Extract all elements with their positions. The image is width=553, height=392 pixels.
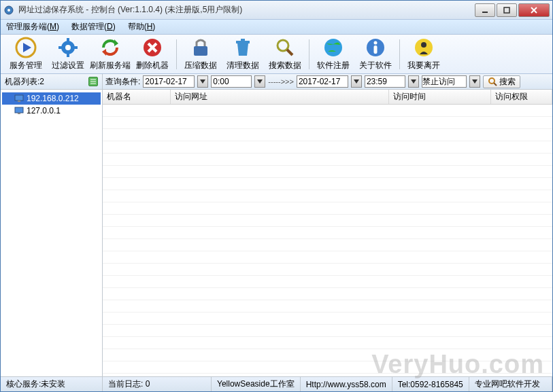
software-reg-button[interactable]: 软件注册 bbox=[312, 37, 354, 72]
table-row bbox=[103, 251, 552, 264]
table-row bbox=[103, 313, 552, 325]
table-row bbox=[103, 166, 552, 178]
exit-button[interactable]: 我要离开 bbox=[403, 37, 445, 72]
list-icon[interactable] bbox=[88, 77, 98, 86]
tree-item[interactable]: 192.168.0.212 bbox=[2, 92, 101, 105]
status-log: 当前日志: 0 bbox=[103, 377, 212, 391]
exit-icon bbox=[413, 37, 435, 58]
table-row bbox=[103, 337, 552, 349]
svg-rect-33 bbox=[15, 95, 23, 101]
svg-point-26 bbox=[374, 41, 378, 45]
svg-rect-13 bbox=[73, 46, 78, 49]
table-row bbox=[103, 325, 552, 337]
date-to-dropdown[interactable] bbox=[351, 75, 362, 88]
close-button[interactable] bbox=[518, 3, 550, 17]
table-row bbox=[103, 190, 552, 202]
search-icon bbox=[488, 77, 497, 86]
svg-marker-37 bbox=[200, 79, 205, 84]
time-to-input[interactable] bbox=[365, 75, 405, 88]
table-row bbox=[103, 288, 552, 300]
delete-machine-button[interactable]: 删除机器 bbox=[131, 37, 173, 72]
table-row bbox=[103, 264, 552, 276]
time-to-dropdown[interactable] bbox=[408, 75, 419, 88]
results-table: 机器名 访问网址 访问时间 访问权限 bbox=[103, 90, 552, 376]
sidebar-header: 机器列表:2 bbox=[1, 74, 102, 90]
svg-marker-14 bbox=[114, 39, 118, 46]
status-core-service: 核心服务:未安装 bbox=[1, 377, 103, 391]
service-mgmt-button[interactable]: 服务管理 bbox=[5, 37, 47, 72]
svg-rect-36 bbox=[18, 113, 20, 114]
access-select[interactable] bbox=[422, 75, 467, 88]
compress-data-button[interactable]: 压缩数据 bbox=[180, 37, 222, 72]
column-visit-time[interactable]: 访问时间 bbox=[389, 90, 491, 104]
access-dropdown[interactable] bbox=[469, 75, 480, 88]
column-machine-name[interactable]: 机器名 bbox=[103, 90, 171, 104]
time-from-input[interactable] bbox=[211, 75, 252, 88]
refresh-server-button[interactable]: 刷新服务端 bbox=[89, 37, 131, 72]
table-row bbox=[103, 276, 552, 288]
status-url: Http://www.yss58.com bbox=[301, 377, 392, 391]
svg-rect-10 bbox=[67, 38, 69, 42]
machine-list-label: 机器列表:2 bbox=[5, 76, 44, 88]
query-label: 查询条件: bbox=[105, 76, 140, 88]
svg-marker-39 bbox=[354, 79, 359, 84]
arrow-separator: ----->>> bbox=[268, 77, 294, 86]
table-row bbox=[103, 141, 552, 154]
svg-point-29 bbox=[421, 42, 426, 48]
column-access[interactable]: 访问权限 bbox=[491, 90, 552, 104]
search-icon bbox=[274, 37, 296, 58]
svg-point-1 bbox=[7, 9, 10, 12]
computer-icon bbox=[14, 94, 24, 103]
filter-bar: 查询条件: ----->>> 搜索 bbox=[103, 74, 552, 90]
minimize-button[interactable] bbox=[475, 3, 495, 17]
separator bbox=[309, 39, 309, 69]
table-row bbox=[103, 129, 552, 141]
table-row bbox=[103, 215, 552, 227]
svg-rect-11 bbox=[67, 53, 69, 57]
svg-point-42 bbox=[489, 78, 495, 84]
date-from-input[interactable] bbox=[143, 75, 195, 88]
tree-item-label: 127.0.0.1 bbox=[27, 106, 61, 115]
menubar: 管理服务端(M) 数据管理(D) 帮助(H) bbox=[1, 20, 552, 35]
date-to-input[interactable] bbox=[297, 75, 348, 88]
table-row bbox=[103, 227, 552, 239]
clean-data-button[interactable]: 清理数据 bbox=[222, 37, 264, 72]
trash-icon bbox=[232, 37, 254, 58]
svg-rect-21 bbox=[241, 39, 245, 41]
menu-data-manage[interactable]: 数据管理(D) bbox=[71, 21, 116, 33]
column-url[interactable]: 访问网址 bbox=[171, 90, 389, 104]
svg-marker-41 bbox=[472, 79, 477, 84]
delete-icon bbox=[141, 37, 163, 58]
table-row bbox=[103, 178, 552, 190]
table-row bbox=[103, 117, 552, 129]
maximize-button[interactable] bbox=[497, 3, 517, 17]
search-data-button[interactable]: 搜索数据 bbox=[264, 37, 306, 72]
machine-tree: 192.168.0.212 127.0.0.1 bbox=[1, 90, 102, 120]
table-row bbox=[103, 202, 552, 215]
table-row bbox=[103, 300, 552, 313]
status-studio: YellowSeaside工作室 bbox=[212, 377, 301, 391]
titlebar: 网址过滤保存系统 - 控制台 (Ver:1.1.0.4) (未注册版,5用户限制… bbox=[1, 1, 552, 20]
table-row bbox=[103, 349, 552, 361]
svg-rect-20 bbox=[236, 41, 250, 43]
compress-icon bbox=[190, 37, 212, 58]
date-from-dropdown[interactable] bbox=[197, 75, 208, 88]
menu-manage-server[interactable]: 管理服务端(M) bbox=[6, 21, 59, 33]
table-row bbox=[103, 239, 552, 251]
svg-rect-35 bbox=[15, 107, 23, 113]
sidebar: 机器列表:2 192.168.0.212 127.0.0.1 bbox=[1, 74, 103, 376]
globe-icon bbox=[322, 37, 344, 58]
computer-icon bbox=[14, 107, 24, 115]
tree-item[interactable]: 127.0.0.1 bbox=[2, 105, 101, 117]
gear-icon bbox=[57, 37, 79, 58]
search-button[interactable]: 搜索 bbox=[483, 75, 520, 88]
svg-point-9 bbox=[65, 45, 71, 50]
time-from-dropdown[interactable] bbox=[254, 75, 265, 88]
svg-rect-3 bbox=[504, 7, 509, 13]
svg-rect-27 bbox=[374, 46, 378, 54]
svg-line-23 bbox=[287, 50, 292, 55]
menu-help[interactable]: 帮助(H) bbox=[128, 21, 156, 33]
about-button[interactable]: 关于软件 bbox=[354, 37, 397, 72]
info-icon bbox=[365, 37, 386, 58]
filter-settings-button[interactable]: 过滤设置 bbox=[47, 37, 89, 72]
